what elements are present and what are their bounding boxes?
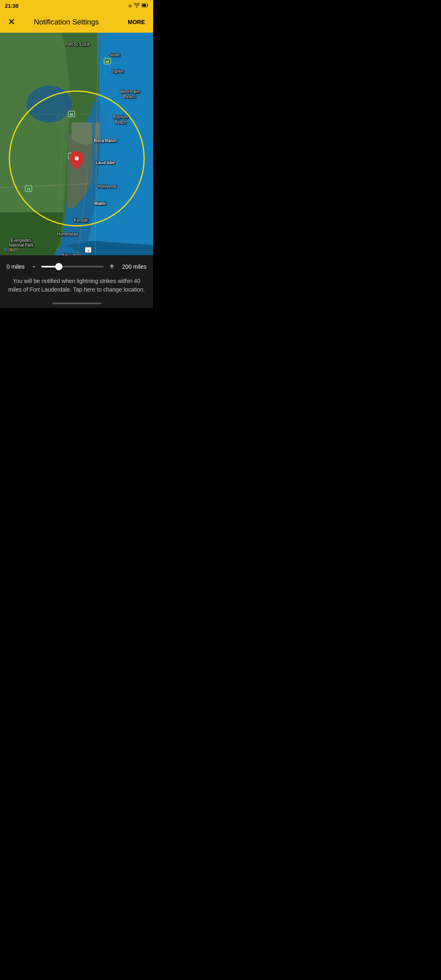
svg-rect-1 (143, 4, 146, 7)
svg-text:Boca Raton: Boca Raton (94, 138, 117, 143)
svg-text:Kendall: Kendall (74, 218, 87, 223)
wifi-icon (134, 3, 140, 9)
svg-text:Boynton: Boynton (113, 115, 128, 119)
svg-text:Everglades: Everglades (11, 238, 31, 243)
slider-thumb[interactable] (55, 263, 62, 270)
page-title: Notification Settings (8, 18, 125, 27)
slider-wrapper[interactable] (41, 263, 104, 271)
svg-text:Beach: Beach (124, 94, 136, 99)
google-logo: Google (4, 247, 19, 252)
slider-row: 0 miles - + 200 miles (7, 262, 147, 271)
svg-text:Jupiter: Jupiter (111, 69, 124, 74)
svg-text:National Park: National Park (9, 243, 34, 247)
slider-min-label: 0 miles (7, 263, 27, 270)
slider-minus-button[interactable]: - (31, 262, 37, 271)
status-bar: 21:30 ⊖ (0, 0, 153, 11)
svg-text:West Palm: West Palm (120, 89, 140, 94)
svg-text:Port St. Lucie: Port St. Lucie (65, 42, 90, 47)
svg-text:Hollywood: Hollywood (98, 184, 116, 189)
status-time: 21:30 (5, 3, 18, 9)
svg-text:Miami: Miami (94, 201, 106, 206)
top-bar: ✕ Notification Settings MORE (0, 11, 153, 33)
svg-text:Homestead: Homestead (57, 232, 78, 236)
battery-icon (142, 3, 148, 8)
dnd-icon: ⊖ (128, 3, 132, 9)
home-bar (52, 303, 101, 304)
svg-point-11 (27, 86, 71, 122)
slider-track (41, 266, 104, 267)
svg-text:98: 98 (70, 113, 73, 116)
more-button[interactable]: MORE (125, 17, 148, 27)
slider-max-label: 200 miles (120, 263, 147, 270)
slider-plus-button[interactable]: + (108, 262, 116, 271)
notification-description[interactable]: You will be notified when lightning stri… (7, 277, 147, 294)
bottom-panel: 0 miles - + 200 miles You will be notifi… (0, 255, 153, 299)
svg-point-49 (75, 156, 79, 160)
svg-text:75: 75 (27, 188, 30, 191)
svg-text:Beach: Beach (115, 120, 126, 125)
status-icons: ⊖ (128, 3, 148, 9)
map-container[interactable]: Port St. Lucie Stuart 95 Jupiter West Pa… (0, 33, 153, 255)
svg-text:Laud   dale: Laud dale (96, 160, 115, 165)
home-indicator (0, 299, 153, 308)
svg-text:Stuart: Stuart (109, 53, 120, 57)
svg-text:95: 95 (106, 60, 109, 63)
notification-text-content: You will be notified when lightning stri… (8, 278, 145, 293)
map-background: Port St. Lucie Stuart 95 Jupiter West Pa… (0, 33, 153, 255)
svg-text:1: 1 (87, 249, 89, 252)
